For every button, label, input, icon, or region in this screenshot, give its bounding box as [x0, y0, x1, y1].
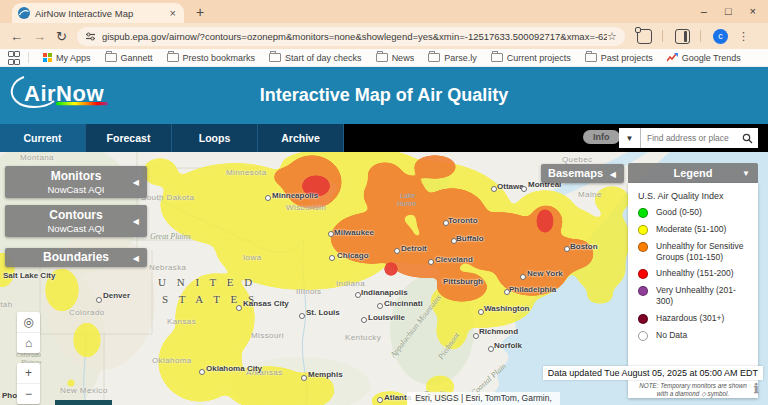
boundaries-panel[interactable]: Boundaries ◀	[5, 248, 147, 267]
boundaries-panel-title: Boundaries	[5, 248, 147, 267]
map-label: Kansas City	[243, 299, 289, 308]
home-button[interactable]: ⌂	[17, 333, 40, 353]
city-marker-dot	[394, 248, 400, 254]
map-label: Pittsburgh	[443, 277, 483, 286]
nav-tab-current[interactable]: Current	[0, 124, 86, 152]
legend-item: No Data	[638, 330, 752, 341]
city-marker-dot	[473, 333, 479, 339]
divider	[700, 30, 701, 42]
site-header: AirNow Interactive Map of Air Quality	[0, 67, 768, 124]
legend-header[interactable]: Legend ▼	[628, 163, 758, 183]
map-label: Illinois	[296, 287, 321, 296]
browser-window: AirNow Interactive Map × + – □ × ← → ↻ g…	[0, 0, 768, 405]
map-label: Louisville	[368, 313, 405, 322]
city-marker-dot	[199, 369, 205, 375]
map-label: Oklahoma	[152, 356, 192, 365]
city-marker-dot	[488, 346, 494, 352]
map-label: South Dakota	[141, 193, 194, 202]
legend-subtitle: U.S. Air Quality Index	[638, 191, 752, 201]
new-tab-button[interactable]: +	[196, 4, 204, 20]
collapse-down-icon[interactable]: ▼	[742, 169, 750, 178]
browser-tab[interactable]: AirNow Interactive Map ×	[12, 3, 184, 23]
map-label: Cincinnati	[384, 299, 423, 308]
legend-item-label: Good (0-50)	[656, 207, 702, 218]
contours-panel[interactable]: Contours NowCast AQI ◀	[5, 205, 147, 237]
apps-grid-icon[interactable]	[8, 51, 18, 65]
bookmark-item[interactable]: Start of day checks	[269, 53, 362, 63]
side-panel-icon[interactable]	[675, 29, 690, 44]
tab-title: AirNow Interactive Map	[35, 8, 168, 19]
bookmark-item[interactable]: Presto bookmarks	[167, 53, 256, 63]
search-icon[interactable]	[742, 133, 753, 144]
collapse-left-icon[interactable]: ◀	[133, 217, 139, 226]
ms-squares-icon	[43, 53, 52, 62]
site-info-icon[interactable]	[85, 31, 96, 42]
nav-tab-archive[interactable]: Archive	[258, 124, 344, 152]
search-input[interactable]	[641, 133, 742, 143]
window-close-button[interactable]: ×	[750, 5, 756, 17]
zoom-in-button[interactable]: +	[17, 363, 40, 384]
monitors-panel[interactable]: Monitors NowCast AQI ◀	[5, 166, 147, 198]
city-marker-dot	[428, 259, 434, 265]
map-label: Colorado	[69, 308, 105, 317]
tab-strip: AirNow Interactive Map × + – □ ×	[0, 0, 768, 23]
map-label: Quebec	[562, 155, 592, 164]
search-dropdown-button[interactable]: ▼	[619, 128, 641, 148]
address-bar[interactable]: gispub.epa.gov/airnow/?contours=ozonepm&…	[77, 27, 625, 46]
window-minimize-button[interactable]: –	[701, 5, 707, 17]
bookmark-item[interactable]: Parse.ly	[428, 53, 477, 63]
locate-button[interactable]: ◎	[17, 312, 40, 333]
city-marker-dot	[328, 231, 334, 237]
map-label: U N I T E D	[158, 276, 256, 288]
menu-icon[interactable]: ⋮	[738, 30, 749, 43]
window-maximize-button[interactable]: □	[725, 5, 732, 17]
aqi-color-dot-icon	[638, 225, 648, 235]
tab-close-icon[interactable]: ×	[168, 7, 178, 19]
legend-item-label: Very Unhealthy (201-300)	[656, 285, 752, 306]
info-button[interactable]: Info	[583, 130, 620, 144]
nav-tab-loops[interactable]: Loops	[172, 124, 258, 152]
map-label: Wisconsin	[286, 203, 326, 212]
bookmark-item[interactable]: Past projects	[585, 53, 653, 63]
map-label: Oklahoma City	[206, 364, 262, 373]
bookmark-item[interactable]: Google Trends	[667, 53, 741, 63]
map-label: Great Plains	[150, 232, 191, 241]
url-text[interactable]: gispub.epa.gov/airnow/?contours=ozonepm&…	[102, 31, 607, 42]
basemaps-panel[interactable]: Basemaps ◀	[541, 164, 624, 183]
bookmark-item[interactable]: Current projects	[491, 53, 571, 63]
toolbar: ← → ↻ gispub.epa.gov/airnow/?contours=oz…	[0, 23, 768, 49]
map-label: Lake	[400, 192, 415, 199]
bookmark-item[interactable]: Gannett	[105, 53, 153, 63]
collapse-left-icon[interactable]: ◀	[133, 253, 139, 262]
monitors-panel-subtitle: NowCast AQI	[5, 184, 147, 198]
folder-icon	[491, 53, 503, 62]
bookmark-label: Past projects	[601, 53, 653, 63]
zoom-out-button[interactable]: −	[17, 384, 40, 404]
collapse-left-icon[interactable]: ◀	[133, 178, 139, 187]
city-marker-dot	[564, 246, 570, 252]
back-button-icon[interactable]: ←	[10, 29, 23, 44]
bookmark-star-icon[interactable]: ☆	[607, 30, 617, 43]
city-marker-dot	[377, 397, 383, 403]
map-label: Boston	[570, 242, 598, 251]
map-canvas[interactable]: MontanaSouth DakotaNebraskaKansasOklahom…	[0, 152, 768, 405]
nav-tab-forecast[interactable]: Forecast	[86, 124, 172, 152]
legend-item: Moderate (51-100)	[638, 224, 752, 235]
bookmark-item[interactable]: My Apps	[43, 53, 91, 63]
map-label: Indiana	[336, 279, 365, 288]
map-attribution: Esri, USGS | Esri, TomTom, Garmin, FAO	[407, 392, 560, 405]
map-label: Appalachian Mountains	[388, 293, 443, 359]
esri-info-icon[interactable]: ℹ	[750, 381, 762, 395]
collapse-left-icon[interactable]: ◀	[610, 169, 616, 178]
extensions-icon[interactable]	[637, 29, 652, 44]
map-label: Denver	[103, 291, 130, 300]
bookmark-item[interactable]: News	[376, 53, 415, 63]
reload-button-icon[interactable]: ↻	[56, 29, 67, 44]
city-marker-dot	[504, 289, 510, 295]
forward-button-icon[interactable]: →	[33, 29, 46, 44]
map-label: Iowa	[243, 253, 262, 262]
city-marker-dot	[361, 317, 367, 323]
aqi-color-dot-icon	[638, 286, 648, 296]
profile-avatar[interactable]: c	[713, 29, 728, 44]
map-label: Buffalo	[456, 234, 484, 243]
